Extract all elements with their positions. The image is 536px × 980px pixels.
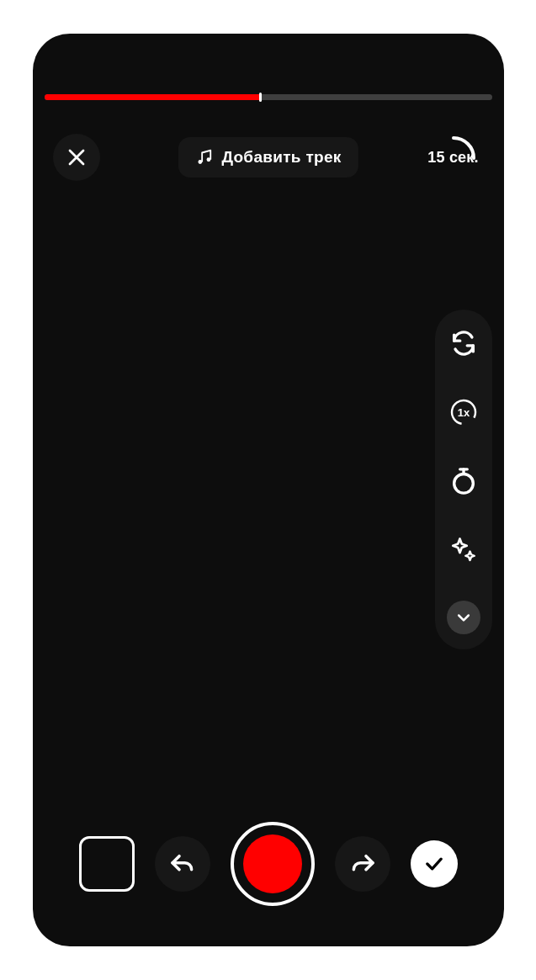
tool-rail: 1x xyxy=(435,310,492,649)
svg-point-4 xyxy=(454,474,473,494)
speed-icon: 1x xyxy=(448,397,479,427)
add-track-label: Добавить трек xyxy=(221,148,341,167)
speed-button[interactable]: 1x xyxy=(445,394,482,431)
duration-arc-icon xyxy=(422,134,486,181)
undo-icon xyxy=(169,850,196,877)
add-track-button[interactable]: Добавить трек xyxy=(178,137,358,177)
timer-icon xyxy=(449,467,478,495)
bottom-bar xyxy=(33,822,504,906)
svg-point-1 xyxy=(206,157,210,162)
svg-point-0 xyxy=(198,160,202,164)
redo-button[interactable] xyxy=(335,836,390,892)
undo-button[interactable] xyxy=(155,836,210,892)
progress-bar[interactable] xyxy=(45,94,492,100)
timer-button[interactable] xyxy=(445,463,482,500)
gallery-button[interactable] xyxy=(79,836,135,892)
redo-icon xyxy=(349,850,376,877)
record-inner xyxy=(243,834,302,893)
expand-tools-button[interactable] xyxy=(447,601,480,634)
check-icon xyxy=(422,852,446,876)
close-icon xyxy=(66,147,87,167)
record-button[interactable] xyxy=(231,822,315,906)
sparkle-icon xyxy=(448,535,479,565)
duration-selector[interactable]: 15 сек. xyxy=(422,134,486,181)
progress-fill xyxy=(45,94,259,100)
top-bar: Добавить трек 15 сек. xyxy=(33,128,504,187)
svg-text:1x: 1x xyxy=(457,406,470,419)
chevron-down-icon xyxy=(455,609,472,626)
confirm-button[interactable] xyxy=(411,840,458,887)
effects-button[interactable] xyxy=(445,532,482,569)
flip-camera-button[interactable] xyxy=(445,325,482,362)
segment-marker xyxy=(259,93,262,102)
music-icon xyxy=(194,148,213,167)
flip-camera-icon xyxy=(449,329,478,358)
close-button[interactable] xyxy=(53,134,100,181)
camera-screen: Добавить трек 15 сек. xyxy=(33,34,504,946)
